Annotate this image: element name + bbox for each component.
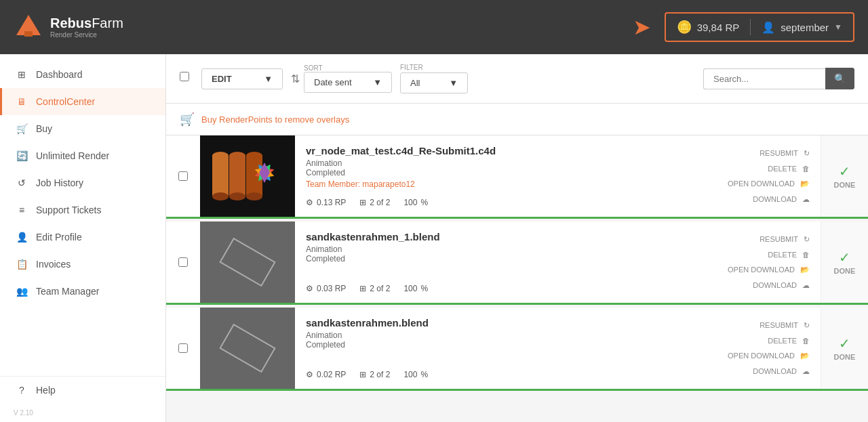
select-all-checkbox[interactable] [180, 72, 193, 85]
percent-sign: % [420, 198, 428, 207]
done-check-icon-1: ✓ [839, 163, 850, 180]
done-check-icon-2: ✓ [839, 249, 850, 266]
edit-profile-icon: 👤 [16, 232, 28, 242]
controlcenter-icon: 🖥 [16, 96, 28, 107]
cart-icon: 🛒 [180, 112, 195, 127]
search-button[interactable]: 🔍 [825, 68, 854, 89]
resubmit-label: RESUBMIT [760, 321, 798, 329]
sidebar-item-label: ControlCenter [36, 96, 95, 107]
select-all-input[interactable] [180, 72, 189, 81]
done-area-2: ✓ DONE [821, 221, 868, 303]
download-icon: ☁ [802, 281, 810, 290]
support-tickets-icon: ≡ [16, 205, 28, 215]
job-checkbox-2[interactable] [166, 221, 200, 303]
table-row: sandkastenrahmen.blend Animation Complet… [166, 308, 868, 391]
sort-dropdown[interactable]: Date sent ▼ [304, 72, 392, 93]
sidebar-item-buy[interactable]: 🛒 Buy [0, 115, 165, 142]
job-list: vr_node_mat_test.c4d_Re-Submit1.c4d Anim… [166, 135, 868, 391]
download-button-1[interactable]: DOWNLOAD ☁ [709, 193, 810, 206]
job-thumbnail-3 [200, 308, 295, 389]
delete-button-3[interactable]: DELETE 🗑 [709, 335, 810, 347]
filter-dropdown[interactable]: All ▼ [400, 72, 468, 93]
cost-icon: ⚙ [306, 198, 313, 207]
buy-points-banner[interactable]: 🛒 Buy RenderPoints to remove overlays [166, 104, 868, 135]
frames-icon: ⊞ [359, 284, 366, 293]
job-progress-1: 100 % [403, 198, 428, 207]
sidebar-item-label: Job History [36, 177, 83, 188]
open-download-label: OPEN DOWNLOAD [728, 352, 795, 360]
user-info-box[interactable]: 🪙 39,84 RP 👤 september ▼ [665, 12, 854, 42]
delete-button-2[interactable]: DELETE 🗑 [709, 249, 810, 261]
done-label-1: DONE [834, 181, 856, 189]
download-icon: ☁ [802, 367, 810, 376]
cost-value: 0.03 RP [317, 284, 346, 293]
main-layout: ⊞ Dashboard 🖥 ControlCenter 🛒 Buy 🔄 Unli… [0, 54, 868, 422]
sidebar-item-unlimited-render[interactable]: 🔄 Unlimited Render [0, 142, 165, 169]
job-actions-1: RESUBMIT ↻ DELETE 🗑 OPEN DOWNLOAD 📂 DOWN… [698, 135, 821, 217]
frames-icon: ⊞ [359, 370, 366, 379]
sidebar-item-job-history[interactable]: ↺ Job History [0, 169, 165, 196]
delete-button-1[interactable]: DELETE 🗑 [709, 163, 810, 175]
done-check-icon-3: ✓ [839, 335, 850, 352]
sidebar-item-support-tickets[interactable]: ≡ Support Tickets [0, 196, 165, 224]
percent-sign: % [420, 284, 428, 293]
search-input[interactable] [703, 68, 825, 89]
edit-dropdown[interactable]: EDIT ▼ [201, 68, 283, 89]
job-select-1[interactable] [178, 171, 188, 181]
progress-value: 100 [403, 370, 417, 379]
logo-text: RebusFarm Render Service [50, 16, 123, 39]
sidebar-item-label: Invoices [36, 259, 71, 270]
progress-value: 100 [403, 284, 417, 293]
delete-label: DELETE [768, 165, 797, 173]
job-title-3: sandkastenrahmen.blend [306, 317, 688, 329]
job-meta-3: ⚙ 0.02 RP ⊞ 2 of 2 100 % [306, 370, 688, 379]
job-history-icon: ↺ [16, 177, 28, 188]
job-select-3[interactable] [178, 343, 188, 353]
download-button-3[interactable]: DOWNLOAD ☁ [709, 365, 810, 378]
open-download-button-3[interactable]: OPEN DOWNLOAD 📂 [709, 350, 810, 362]
team-manager-icon: 👥 [16, 286, 28, 297]
filter-prefix: FILTER [400, 64, 468, 71]
job-select-2[interactable] [178, 257, 188, 267]
sidebar-item-dashboard[interactable]: ⊞ Dashboard [0, 61, 165, 88]
filter-value: All [410, 78, 420, 88]
sidebar-item-invoices[interactable]: 📋 Invoices [0, 251, 165, 278]
sort-prefix: SORT [304, 64, 392, 72]
resubmit-button-2[interactable]: RESUBMIT ↻ [709, 233, 810, 246]
sidebar-item-label: Dashboard [36, 69, 83, 80]
download-label: DOWNLOAD [753, 367, 797, 375]
open-download-button-1[interactable]: OPEN DOWNLOAD 📂 [709, 177, 810, 190]
job-frames-2: ⊞ 2 of 2 [359, 284, 390, 293]
done-label-2: DONE [834, 267, 856, 275]
banner-text[interactable]: Buy RenderPoints to remove overlays [201, 114, 349, 125]
download-icon: ☁ [802, 195, 810, 204]
job-checkbox-1[interactable] [166, 135, 200, 217]
download-button-2[interactable]: DOWNLOAD ☁ [709, 279, 810, 292]
job-progress-2: 100 % [403, 284, 428, 293]
resubmit-label: RESUBMIT [760, 149, 798, 157]
sidebar-item-label: Team Manager [36, 286, 99, 297]
sidebar-item-team-manager[interactable]: 👥 Team Manager [0, 278, 165, 305]
user-name-area[interactable]: 👤 september ▼ [762, 21, 842, 34]
sidebar-item-edit-profile[interactable]: 👤 Edit Profile [0, 224, 165, 251]
sort-value: Date sent [314, 77, 352, 87]
job-checkbox-3[interactable] [166, 308, 200, 389]
resubmit-button-3[interactable]: RESUBMIT ↻ [709, 319, 810, 332]
search-area: 🔍 [703, 68, 854, 89]
open-download-button-2[interactable]: OPEN DOWNLOAD 📂 [709, 263, 810, 276]
job-member-1: Team Member: maparapeto12 [306, 180, 688, 189]
job-title-2: sandkastenrahmen_1.blend [306, 231, 688, 242]
credits-value: 39,84 RP [697, 22, 740, 33]
job-progress-3: 100 % [403, 370, 428, 379]
sidebar-item-help[interactable]: ? Help [0, 377, 165, 404]
sidebar-item-controlcenter[interactable]: 🖥 ControlCenter [0, 88, 165, 115]
delete-label: DELETE [768, 337, 797, 345]
delete-icon: 🗑 [802, 337, 810, 345]
sidebar-item-label: Unlimited Render [36, 150, 109, 161]
job-frames-3: ⊞ 2 of 2 [359, 370, 390, 379]
resubmit-button-1[interactable]: RESUBMIT ↻ [709, 147, 810, 160]
toolbar: EDIT ▼ ⇅ SORT Date sent ▼ FILTER [166, 54, 868, 104]
sort-area: ⇅ SORT Date sent ▼ [291, 64, 392, 93]
unlimited-render-icon: 🔄 [16, 150, 28, 161]
help-icon: ? [16, 385, 28, 396]
